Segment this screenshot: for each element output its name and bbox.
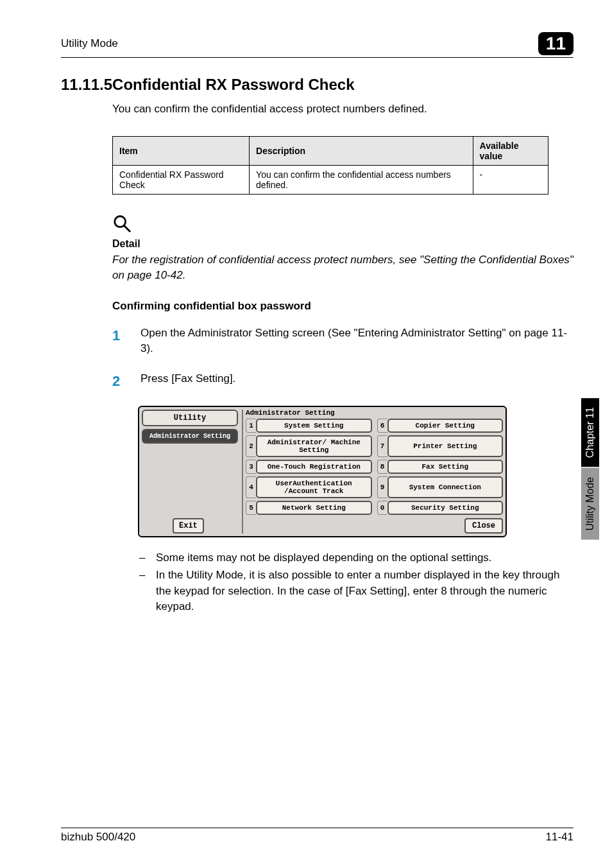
menu-num: 9 [377,476,387,498]
menu-label: Printer Setting [387,435,504,457]
utility-button[interactable]: Utility [142,410,238,426]
td-available: - [473,166,548,195]
footer-rule [61,828,574,828]
menu-label: Administrator/ Machine Setting [256,435,372,457]
td-description: You can confirm the confidential access … [250,166,473,195]
header-chapter-badge: 11 [538,32,574,55]
step-2-number: 2 [112,371,140,392]
table-row: Confidential RX Password Check You can c… [113,166,548,195]
menu-item-copier-setting[interactable]: 6 Copier Setting [377,419,504,433]
menu-item-system-connection[interactable]: 9 System Connection [377,476,504,498]
magnifier-icon [112,214,574,236]
detail-heading: Detail [112,238,574,250]
menu-label: Security Setting [387,501,504,515]
header-chapter-name: Utility Mode [61,37,118,50]
menu-label: UserAuthentication /Account Track [256,476,372,498]
menu-item-one-touch-registration[interactable]: 3 One-Touch Registration [246,460,372,474]
note-1: Some items may not be displayed dependin… [156,550,492,566]
close-button[interactable]: Close [464,518,503,534]
menu-num: 3 [246,460,256,474]
exit-button[interactable]: Exit [173,518,204,534]
header-rule [61,57,574,58]
menu-item-admin-machine-setting[interactable]: 2 Administrator/ Machine Setting [246,435,372,457]
menu-num: 0 [377,501,387,515]
side-tab-mode: Utility Mode [581,468,599,540]
note-2: In the Utility Mode, it is also possible… [156,568,574,615]
th-description: Description [250,137,473,166]
menu-num: 4 [246,476,256,498]
menu-num: 8 [377,460,387,474]
menu-num: 1 [246,419,256,433]
note-dash: – [139,568,156,615]
menu-label: One-Touch Registration [256,460,372,474]
administrator-setting-button[interactable]: Administrator Setting [142,429,238,444]
menu-item-security-setting[interactable]: 0 Security Setting [377,501,504,515]
footer-left: bizhub 500/420 [61,831,135,844]
svg-line-1 [124,226,130,231]
menu-item-system-setting[interactable]: 1 System Setting [246,419,372,433]
confirming-subheading: Confirming confidential box password [112,300,574,313]
menu-item-user-auth-account-track[interactable]: 4 UserAuthentication /Account Track [246,476,372,498]
menu-item-network-setting[interactable]: 5 Network Setting [246,501,372,515]
menu-label: Copier Setting [387,419,504,433]
step-1-text: Open the Administrator Setting screen (S… [140,326,574,357]
description-table: Item Description Available value Confide… [112,136,548,195]
note-dash: – [139,550,156,566]
side-tab-chapter: Chapter 11 [581,398,599,467]
section-title: 11.11.5Confidential RX Password Check [61,76,574,94]
menu-label: System Connection [387,476,504,498]
detail-text: For the registration of confidential acc… [112,252,574,283]
menu-num: 5 [246,501,256,515]
menu-label: Fax Setting [387,460,504,474]
menu-num: 2 [246,435,256,457]
td-item: Confidential RX Password Check [113,166,250,195]
section-intro: You can confirm the confidential access … [112,103,574,116]
menu-label: Network Setting [256,501,372,515]
step-2-text: Press [Fax Setting]. [140,371,574,392]
th-available: Available value [473,137,548,166]
menu-label: System Setting [256,419,372,433]
menu-item-fax-setting[interactable]: 8 Fax Setting [377,460,504,474]
menu-num: 7 [377,435,387,457]
step-1-number: 1 [112,326,140,357]
th-item: Item [113,137,250,166]
footer-right: 11-41 [546,831,574,844]
menu-item-printer-setting[interactable]: 7 Printer Setting [377,435,504,457]
panel-heading: Administrator Setting [246,410,503,417]
touch-panel-screenshot: Utility Administrator Setting Exit Admin… [138,406,507,538]
menu-num: 6 [377,419,387,433]
